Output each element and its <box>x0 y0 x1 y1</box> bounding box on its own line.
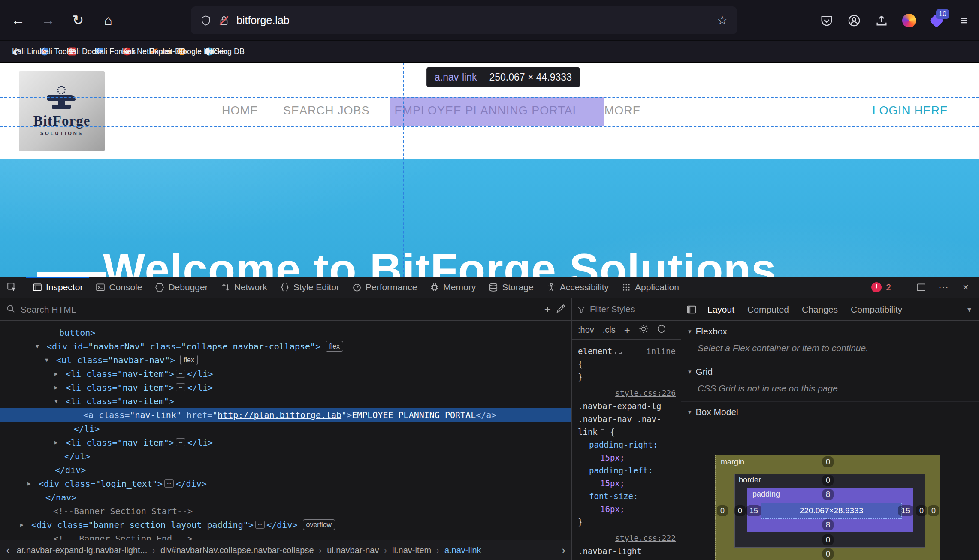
light-mode-sim-icon[interactable] <box>639 324 648 336</box>
padding-top-value[interactable]: 8 <box>822 489 834 500</box>
padding-left-value[interactable]: 15 <box>746 505 761 516</box>
collapse-arrow-icon[interactable]: ▼ <box>54 394 58 408</box>
sidebar-tab-layout[interactable]: Layout <box>701 304 741 315</box>
bookmark-google-hacking-db[interactable]: Google Hacking DB <box>177 46 187 57</box>
css-property-value[interactable]: 16px; <box>578 503 676 515</box>
border-right-value[interactable]: 0 <box>916 505 927 516</box>
login-link[interactable]: LOGIN HERE <box>872 63 948 159</box>
devtools-tab-inspector[interactable]: Inspector <box>26 277 89 298</box>
nav-link-more[interactable]: MORE <box>604 104 641 117</box>
flex-badge[interactable]: flex <box>180 355 198 365</box>
inline-ellipsis-badge[interactable]: ⋯ <box>255 521 265 529</box>
url-bar[interactable]: bitforge.lab ☆ <box>191 6 737 34</box>
bookmark-kali-nethunter[interactable]: Kali NetHunter <box>122 46 132 57</box>
breadcrumb-item[interactable]: div#navbarNav.collapse.navbar-collapse <box>160 545 314 555</box>
nav-link-home[interactable]: HOME <box>222 104 258 117</box>
highlighter-toggle-icon[interactable] <box>601 429 607 434</box>
markup-row[interactable]: ▶<li class="nav-item">⋯</li> <box>0 436 571 449</box>
pseudo-class-toggle[interactable]: :hov <box>578 325 594 335</box>
border-top-value[interactable]: 0 <box>822 475 834 486</box>
inline-ellipsis-badge[interactable]: ⋯ <box>176 383 185 391</box>
devtools-tab-memory[interactable]: Memory <box>423 277 482 298</box>
extension-icon[interactable]: 10 <box>929 13 944 28</box>
site-logo[interactable]: BitForge SOLUTIONS <box>19 71 105 151</box>
breadcrumb-item[interactable]: ul.navbar-nav <box>327 545 379 555</box>
devtools-tab-accessibility[interactable]: Accessibility <box>540 277 615 298</box>
menu-icon[interactable]: ≡ <box>957 13 971 28</box>
devtools-tab-debugger[interactable]: Debugger <box>148 277 214 298</box>
eyedropper-icon[interactable] <box>556 304 565 315</box>
element-rule-row[interactable]: element inline <box>578 345 676 358</box>
class-toggle[interactable]: .cls <box>603 325 616 335</box>
markup-row[interactable]: </li> <box>0 422 571 436</box>
sidebar-tab-changes[interactable]: Changes <box>795 304 844 315</box>
devtools-tab-application[interactable]: Application <box>615 277 686 298</box>
flexbox-section-header[interactable]: ▾ Flexbox <box>681 321 979 341</box>
markup-row[interactable]: ▼<li class="nav-item"> <box>0 394 571 408</box>
devtools-tab-network[interactable]: Network <box>215 277 274 298</box>
devtools-tab-performance[interactable]: Performance <box>346 277 423 298</box>
markup-row[interactable]: </nav> <box>0 491 571 504</box>
markup-row[interactable]: </ul> <box>0 449 571 463</box>
devtools-tab-console[interactable]: Console <box>89 277 148 298</box>
margin-top-value[interactable]: 0 <box>822 456 834 467</box>
breadcrumb-item[interactable]: ar.navbar-expand-lg.navbar-light... <box>17 545 148 555</box>
devtools-close-icon[interactable]: × <box>960 282 971 293</box>
border-left-value[interactable]: 0 <box>734 505 746 516</box>
border-bottom-value[interactable]: 0 <box>822 534 834 545</box>
error-count[interactable]: 2 <box>886 282 891 292</box>
breadcrumb-scroll-left-icon[interactable]: ‹ <box>4 544 12 557</box>
account-icon[interactable] <box>847 13 861 28</box>
markup-row-selected[interactable]: <a class="nav-link" href="http://plan.bi… <box>0 408 571 422</box>
nav-link-search-jobs[interactable]: SEARCH JOBS <box>283 104 370 117</box>
margin-left-value[interactable]: 0 <box>717 505 728 516</box>
box-model-diagram[interactable]: margin border padding 220.067×28.9333 0 … <box>715 455 940 560</box>
markup-row[interactable]: </div> <box>0 463 571 477</box>
split-console-icon[interactable] <box>916 282 927 293</box>
add-node-icon[interactable]: + <box>544 303 551 316</box>
sidebar-tab-compatibility[interactable]: Compatibility <box>844 304 909 315</box>
breadcrumb-item[interactable]: a.nav-link <box>444 545 481 555</box>
devtools-tab-storage[interactable]: Storage <box>482 277 540 298</box>
markup-row[interactable]: ▶<div class="banner_section layout_paddi… <box>0 518 571 532</box>
padding-bottom-value[interactable]: 8 <box>822 519 834 530</box>
inline-ellipsis-badge[interactable]: ⋯ <box>176 370 185 378</box>
inline-ellipsis-badge[interactable]: ⋯ <box>176 438 185 446</box>
css-property-name[interactable]: padding-left: <box>578 464 676 477</box>
home-icon[interactable]: ⌂ <box>96 8 120 32</box>
addon-icon[interactable] <box>902 13 916 28</box>
bookmark-kali-forums[interactable]: Kali Forums <box>94 46 105 57</box>
filter-styles-input[interactable] <box>590 304 676 314</box>
reload-icon[interactable]: ↻ <box>66 8 90 32</box>
markup-row[interactable]: ▶<div class="login_text">⋯</div> <box>0 477 571 491</box>
bookmark-offsec[interactable]: OffSec <box>204 46 215 57</box>
markup-row[interactable]: <!--Banner Section Start--> <box>0 504 571 518</box>
bookmark-kali-docs[interactable]: Kali Docs <box>67 46 77 57</box>
rule-source-link[interactable]: style.css:222 <box>578 532 676 545</box>
devtools-tab-style-editor[interactable]: Style Editor <box>274 277 346 298</box>
highlighter-toggle-icon[interactable] <box>615 349 622 354</box>
collapse-arrow-icon[interactable]: ▼ <box>36 340 39 353</box>
pocket-icon[interactable] <box>819 13 834 28</box>
inline-ellipsis-badge[interactable]: ⋯ <box>164 479 174 488</box>
markup-row[interactable]: button> <box>0 326 571 340</box>
bookmark-star-icon[interactable]: ☆ <box>717 13 728 27</box>
boxmodel-section-header[interactable]: ▾ Box Model <box>681 401 979 422</box>
bookmark-kali-linux[interactable]: Kali Linux <box>12 46 22 57</box>
expand-arrow-icon[interactable]: ▶ <box>54 436 58 449</box>
expand-arrow-icon[interactable]: ▶ <box>20 518 24 532</box>
share-icon[interactable] <box>874 13 889 28</box>
css-property-value[interactable]: 15px; <box>578 477 676 490</box>
expand-arrow-icon[interactable]: ▶ <box>54 367 58 381</box>
back-icon[interactable]: ← <box>6 8 30 32</box>
markup-row[interactable]: ▶<li class="nav-item">⋯</li> <box>0 381 571 394</box>
overflow-badge[interactable]: overflow <box>303 519 335 530</box>
css-property-name[interactable]: font-size: <box>578 490 676 503</box>
grid-section-header[interactable]: ▾ Grid <box>681 361 979 382</box>
css-property-value[interactable]: 15px; <box>578 451 676 464</box>
expand-arrow-icon[interactable]: ▶ <box>54 381 58 394</box>
devtools-menu-icon[interactable]: ⋯ <box>938 282 949 293</box>
markup-row[interactable]: <!-- Banner Section End --> <box>0 532 571 540</box>
insecure-connection-icon[interactable] <box>218 15 230 26</box>
shield-icon[interactable] <box>200 15 212 26</box>
